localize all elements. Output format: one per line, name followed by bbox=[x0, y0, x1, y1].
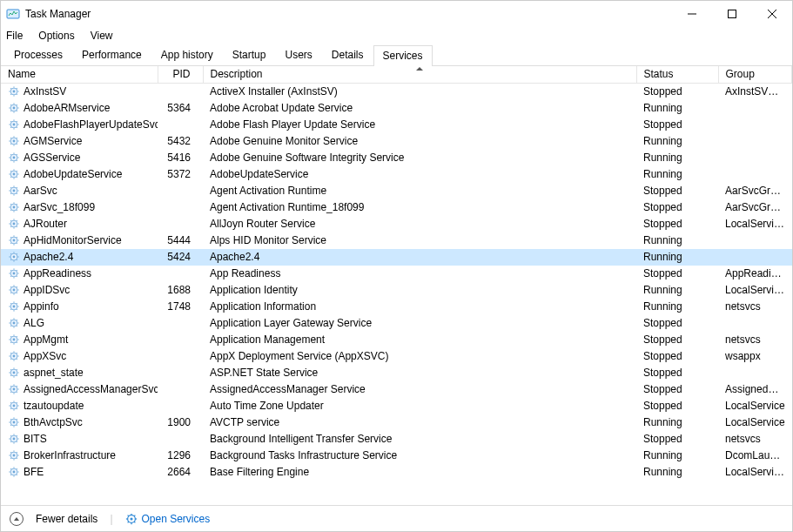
table-row[interactable]: Apache2.45424Apache2.4Running bbox=[1, 249, 792, 266]
svg-point-96 bbox=[13, 239, 16, 242]
tab-services[interactable]: Services bbox=[373, 45, 433, 66]
svg-line-224 bbox=[17, 435, 17, 436]
window-title: Task Manager bbox=[25, 8, 91, 20]
table-row[interactable]: AppIDSvc1688Application IdentityRunningL… bbox=[1, 282, 792, 299]
service-status: Running bbox=[636, 150, 718, 166]
svg-line-21 bbox=[10, 104, 11, 105]
maximize-button[interactable] bbox=[712, 1, 752, 27]
tab-startup[interactable]: Startup bbox=[223, 44, 276, 65]
table-row[interactable]: AGSService5416Adobe Genuine Software Int… bbox=[1, 150, 792, 166]
gear-icon bbox=[8, 251, 20, 263]
service-group: LocalService bbox=[718, 414, 792, 431]
table-row[interactable]: AppMgmtApplication ManagementStoppednets… bbox=[1, 332, 792, 348]
svg-line-71 bbox=[10, 187, 11, 188]
table-row[interactable]: AJRouterAllJoyn Router ServiceStoppedLoc… bbox=[1, 216, 792, 232]
svg-line-42 bbox=[17, 144, 17, 145]
tab-details[interactable]: Details bbox=[322, 44, 373, 65]
svg-line-243 bbox=[10, 475, 11, 475]
svg-line-214 bbox=[17, 419, 17, 420]
svg-line-223 bbox=[10, 441, 11, 442]
service-status: Stopped bbox=[636, 266, 718, 282]
col-header-description[interactable]: Description bbox=[203, 66, 636, 83]
gear-icon bbox=[8, 118, 20, 131]
svg-point-156 bbox=[13, 339, 16, 341]
svg-line-54 bbox=[17, 154, 17, 155]
col-header-name[interactable]: Name bbox=[1, 66, 158, 83]
table-row[interactable]: AdobeUpdateService5372AdobeUpdateService… bbox=[1, 166, 792, 183]
svg-line-203 bbox=[10, 408, 11, 409]
service-status: Running bbox=[636, 464, 718, 481]
col-header-group[interactable]: Group bbox=[718, 66, 792, 83]
svg-line-81 bbox=[10, 204, 11, 205]
gear-icon bbox=[8, 317, 20, 329]
service-pid bbox=[158, 266, 203, 282]
table-row[interactable]: AarSvc_18f099Agent Activation Runtime_18… bbox=[1, 199, 792, 216]
svg-line-102 bbox=[17, 243, 17, 244]
svg-line-143 bbox=[10, 309, 11, 310]
col-header-pid[interactable]: PID bbox=[158, 66, 203, 83]
table-row[interactable]: AppXSvcAppX Deployment Service (AppXSVC)… bbox=[1, 348, 792, 365]
svg-line-241 bbox=[10, 468, 11, 469]
table-row[interactable]: aspnet_stateASP.NET State ServiceStopped bbox=[1, 365, 792, 381]
gear-icon bbox=[8, 416, 20, 428]
service-pid bbox=[158, 431, 203, 448]
service-group bbox=[718, 315, 792, 332]
svg-line-22 bbox=[17, 111, 17, 111]
service-description: AdobeUpdateService bbox=[203, 166, 636, 183]
tab-users[interactable]: Users bbox=[275, 44, 321, 65]
table-row[interactable]: AGMService5432Adobe Genuine Monitor Serv… bbox=[1, 133, 792, 150]
close-button[interactable] bbox=[752, 1, 792, 27]
menu-options[interactable]: Options bbox=[38, 30, 74, 42]
open-services-link[interactable]: Open Services bbox=[125, 513, 211, 525]
gear-icon bbox=[8, 284, 20, 296]
menu-file[interactable]: File bbox=[6, 30, 23, 42]
svg-line-233 bbox=[10, 458, 11, 459]
svg-point-76 bbox=[13, 206, 16, 209]
table-row[interactable]: AppReadinessApp ReadinessStoppedAppReadi… bbox=[1, 266, 792, 282]
service-name: AarSvc bbox=[24, 185, 57, 197]
service-status: Running bbox=[636, 166, 718, 183]
svg-line-174 bbox=[17, 353, 17, 354]
svg-point-26 bbox=[13, 124, 16, 126]
svg-point-106 bbox=[13, 256, 16, 259]
menu-view[interactable]: View bbox=[91, 30, 113, 42]
chevron-up-icon[interactable] bbox=[10, 512, 24, 526]
service-pid: 2664 bbox=[158, 464, 203, 481]
services-scroll[interactable]: AxInstSVActiveX Installer (AxInstSV)Stop… bbox=[1, 84, 792, 503]
table-row[interactable]: AxInstSVActiveX Installer (AxInstSV)Stop… bbox=[1, 84, 792, 100]
gear-icon bbox=[8, 201, 20, 213]
table-row[interactable]: BFE2664Base Filtering EngineRunningLocal… bbox=[1, 464, 792, 481]
svg-line-162 bbox=[17, 342, 17, 343]
svg-line-231 bbox=[10, 452, 11, 453]
table-row[interactable]: BrokerInfrastructure1296Background Tasks… bbox=[1, 448, 792, 464]
svg-point-176 bbox=[13, 372, 16, 374]
fewer-details-link[interactable]: Fewer details bbox=[36, 513, 97, 525]
service-group bbox=[718, 232, 792, 249]
svg-point-226 bbox=[13, 455, 16, 457]
minimize-button[interactable] bbox=[672, 1, 712, 27]
table-row[interactable]: AarSvcAgent Activation RuntimeStoppedAar… bbox=[1, 183, 792, 199]
gear-icon bbox=[125, 513, 138, 525]
service-pid bbox=[158, 199, 203, 216]
service-description: Base Filtering Engine bbox=[203, 464, 636, 481]
table-row[interactable]: AdobeARMservice5364Adobe Acrobat Update … bbox=[1, 100, 792, 117]
table-row[interactable]: Appinfo1748Application InformationRunnin… bbox=[1, 299, 792, 315]
titlebar: Task Manager bbox=[1, 1, 792, 27]
tab-processes[interactable]: Processes bbox=[4, 44, 72, 65]
table-row[interactable]: AdobeFlashPlayerUpdateSvcAdobe Flash Pla… bbox=[1, 117, 792, 133]
col-header-status[interactable]: Status bbox=[636, 66, 718, 83]
service-status: Running bbox=[636, 100, 718, 117]
table-row[interactable]: ALGApplication Layer Gateway ServiceStop… bbox=[1, 315, 792, 332]
svg-point-116 bbox=[13, 273, 16, 275]
tab-app-history[interactable]: App history bbox=[151, 44, 223, 65]
service-group: LocalServiceN... bbox=[718, 216, 792, 232]
service-status: Running bbox=[636, 133, 718, 150]
service-name: Apache2.4 bbox=[24, 251, 73, 263]
tab-performance[interactable]: Performance bbox=[72, 44, 151, 65]
table-row[interactable]: BITSBackground Intelligent Transfer Serv… bbox=[1, 431, 792, 448]
table-row[interactable]: AssignedAccessManagerSvcAssignedAccessMa… bbox=[1, 381, 792, 398]
table-row[interactable]: ApHidMonitorService5444Alps HID Monitor … bbox=[1, 232, 792, 249]
table-row[interactable]: tzautoupdateAuto Time Zone UpdaterStoppe… bbox=[1, 398, 792, 414]
table-row[interactable]: BthAvctpSvc1900AVCTP serviceRunningLocal… bbox=[1, 414, 792, 431]
svg-line-34 bbox=[17, 121, 17, 122]
